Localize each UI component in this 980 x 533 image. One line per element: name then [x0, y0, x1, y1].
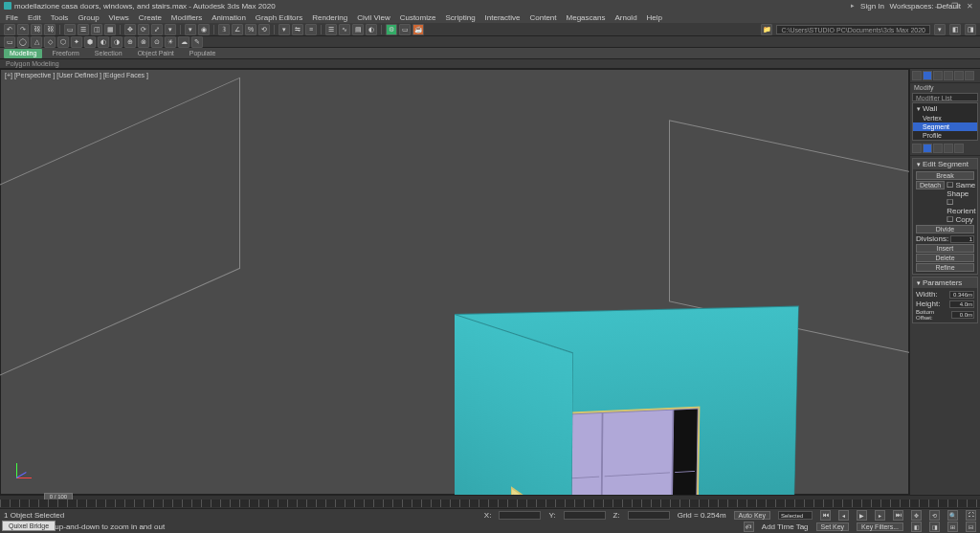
ribbon-tab-modeling[interactable]: Modeling [4, 49, 42, 58]
project-path[interactable]: C:\Users\STUDIO PC\Documents\3ds Max 202… [776, 25, 930, 34]
keyfilters-button[interactable]: Key Filters... [857, 522, 903, 531]
autokey-button[interactable]: Auto Key [734, 511, 770, 520]
rotate-icon[interactable]: ⟳ [138, 24, 149, 35]
material-icon[interactable]: ◐ [366, 24, 377, 35]
perspective-viewport[interactable] [11, 79, 899, 484]
menu-arnold[interactable]: Arnold [614, 13, 636, 22]
t2-12-icon[interactable]: ⊙ [151, 36, 163, 48]
nav-max-icon[interactable]: ⛶ [966, 510, 976, 521]
make-unique-icon[interactable] [933, 144, 943, 153]
nav2-3-icon[interactable]: ⊞ [947, 522, 958, 532]
menu-civilview[interactable]: Civil View [357, 13, 390, 22]
menu-modifiers[interactable]: Modifiers [171, 13, 202, 22]
snap-icon[interactable]: 𝟛 [218, 24, 230, 35]
placement-icon[interactable]: ▾ [165, 24, 176, 35]
select-name-icon[interactable]: ☰ [78, 24, 89, 35]
pin-stack-icon[interactable] [912, 144, 922, 153]
modify-tab-icon[interactable] [923, 71, 932, 80]
rollout-title[interactable]: ▾ Parameters [913, 278, 977, 288]
menu-grapheditors[interactable]: Graph Editors [256, 13, 302, 22]
t2-14-icon[interactable]: ☁ [178, 36, 189, 48]
nav2-4-icon[interactable]: ⊟ [966, 522, 976, 532]
timetag-icon[interactable]: 🏷 [744, 522, 754, 532]
t2-3-icon[interactable]: △ [31, 36, 42, 48]
named-sel-icon[interactable]: ▾ [278, 24, 290, 35]
z-coord-input[interactable] [628, 511, 670, 520]
path-dropdown-icon[interactable]: ▾ [934, 24, 946, 35]
menu-help[interactable]: Help [647, 13, 662, 22]
render-setup-icon[interactable]: ⚙ [386, 24, 397, 35]
tool1-icon[interactable]: ◧ [949, 24, 961, 35]
ribbon-tab-freeform[interactable]: Freeform [46, 49, 84, 58]
nav-pan-icon[interactable]: ✥ [911, 510, 922, 521]
menu-content[interactable]: Content [530, 13, 557, 22]
curve-editor-icon[interactable]: ∿ [339, 24, 350, 35]
rollout-title[interactable]: ▾ Edit Segment [913, 159, 977, 169]
workspace-selector[interactable]: Workspaces: Default [890, 0, 961, 11]
render-icon[interactable]: ☕ [412, 24, 424, 35]
select-icon[interactable]: ▭ [64, 24, 76, 35]
stack-subobj-vertex[interactable]: Vertex [913, 114, 977, 122]
menu-edit[interactable]: Edit [28, 13, 41, 22]
undo-icon[interactable]: ↶ [4, 24, 15, 35]
mirror-icon[interactable]: ⇋ [292, 24, 303, 35]
refine-button[interactable]: Refine [916, 263, 974, 272]
add-time-tag[interactable]: Add Time Tag [762, 522, 809, 531]
ribbon-tab-populate[interactable]: Populate [184, 49, 222, 58]
menu-file[interactable]: File [6, 13, 18, 22]
break-button[interactable]: Break [916, 171, 974, 180]
t2-2-icon[interactable]: ◯ [17, 36, 29, 48]
menu-rendering[interactable]: Rendering [312, 13, 347, 22]
nav-orbit-icon[interactable]: ⟲ [929, 510, 940, 521]
hierarchy-tab-icon[interactable] [933, 71, 943, 80]
t2-7-icon[interactable]: ⬢ [84, 36, 96, 48]
layer-icon[interactable]: ☰ [325, 24, 337, 35]
detach-same-shape-checkbox[interactable]: ☐ Same Shape [947, 181, 975, 198]
menu-create[interactable]: Create [139, 13, 162, 22]
ribbon-tab-selection[interactable]: Selection [89, 49, 128, 58]
project-icon[interactable]: 📁 [761, 24, 772, 35]
t2-11-icon[interactable]: ⊗ [138, 36, 149, 48]
bottom-offset-spinner[interactable]: 0.0m [951, 311, 974, 319]
x-coord-input[interactable] [499, 511, 541, 520]
t2-5-icon[interactable]: ⬡ [57, 36, 69, 48]
percent-snap-icon[interactable]: % [245, 24, 256, 35]
display-tab-icon[interactable] [954, 71, 964, 80]
menu-group[interactable]: Group [78, 13, 99, 22]
selected-filter[interactable]: Selected [778, 511, 813, 520]
stack-subobj-segment[interactable]: Segment [913, 122, 977, 131]
delete-button[interactable]: Delete [916, 254, 974, 262]
y-coord-input[interactable] [564, 511, 606, 520]
menu-views[interactable]: Views [109, 13, 129, 22]
stack-base-object[interactable]: ▾ Wall [913, 103, 977, 114]
detach-copy-checkbox[interactable]: ☐ Copy [947, 215, 975, 224]
width-spinner[interactable]: 0.346m [949, 291, 974, 299]
nav-zoom-icon[interactable]: 🔍 [947, 510, 958, 521]
divisions-spinner[interactable]: 1 [950, 235, 974, 243]
detach-button[interactable]: Detach [916, 181, 945, 189]
goto-start-icon[interactable]: ⏮ [820, 510, 831, 521]
maxscript-tab[interactable]: Quixel Bridge [2, 521, 56, 531]
modifier-stack[interactable]: ▾ Wall Vertex Segment Profile [912, 102, 978, 141]
menu-interactive[interactable]: Interactive [485, 13, 521, 22]
render-frame-icon[interactable]: ▭ [399, 24, 411, 35]
tool2-icon[interactable]: ◨ [965, 24, 976, 35]
signin-area[interactable]: ▸ Sign In [851, 0, 884, 11]
link-icon[interactable]: ⛓ [31, 24, 42, 35]
height-spinner[interactable]: 4.0m [949, 300, 974, 308]
close-button[interactable]: ✕ [963, 1, 976, 11]
schematic-icon[interactable]: ▤ [352, 24, 364, 35]
stack-subobj-profile[interactable]: Profile [913, 131, 977, 140]
motion-tab-icon[interactable] [944, 71, 953, 80]
redo-icon[interactable]: ↷ [17, 24, 29, 35]
t2-13-icon[interactable]: ☀ [165, 36, 176, 48]
t2-10-icon[interactable]: ⊕ [124, 36, 136, 48]
timeline-ruler[interactable] [0, 500, 980, 507]
next-frame-icon[interactable]: ▸ [875, 510, 885, 521]
divide-button[interactable]: Divide [916, 225, 974, 233]
modifier-list-dropdown[interactable]: Modifier List [912, 93, 978, 101]
menu-animation[interactable]: Animation [212, 13, 246, 22]
prev-frame-icon[interactable]: ◂ [838, 510, 849, 521]
menu-megascans[interactable]: Megascans [567, 13, 606, 22]
setkey-button[interactable]: Set Key [816, 522, 850, 531]
